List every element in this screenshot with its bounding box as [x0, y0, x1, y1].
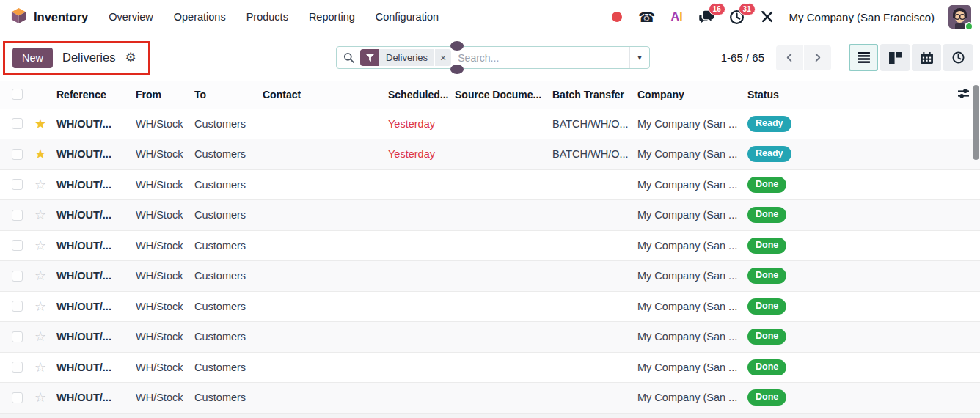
star-icon[interactable]: ☆ [34, 329, 46, 344]
table-body: ★ WH/OUT/... WH/Stock Customers Yesterda… [0, 109, 980, 413]
tools-icon[interactable] [759, 9, 775, 25]
company-cell: My Company (San ... [632, 200, 742, 231]
reference-cell: WH/OUT/... [56, 118, 111, 130]
star-icon[interactable]: ☆ [34, 390, 46, 405]
from-cell: WH/Stock [131, 200, 189, 231]
search-dropdown-toggle[interactable]: ▾ [629, 47, 649, 68]
nav-item-products[interactable]: Products [246, 11, 288, 23]
search-input[interactable] [458, 52, 629, 64]
reference-cell: WH/OUT/... [56, 209, 111, 221]
star-icon[interactable]: ☆ [34, 299, 46, 314]
header-contact[interactable]: Contact [257, 81, 383, 109]
nav-item-reporting[interactable]: Reporting [309, 11, 355, 23]
app-switcher[interactable]: Inventory [10, 7, 88, 27]
header-source-document[interactable]: Source Docume... [450, 81, 547, 109]
online-status-dot [965, 22, 973, 31]
adjust-columns-icon[interactable] [957, 88, 970, 99]
header-company[interactable]: Company [632, 81, 742, 109]
from-cell: WH/Stock [131, 352, 189, 383]
contact-cell [257, 200, 383, 231]
row-checkbox[interactable] [12, 301, 23, 312]
batch-transfer-cell [547, 169, 632, 200]
source-document-cell [450, 139, 547, 170]
messages-icon[interactable]: 16 [699, 9, 715, 25]
star-icon[interactable]: ☆ [34, 208, 46, 222]
star-icon[interactable]: ☆ [34, 360, 46, 375]
contact-cell [257, 169, 383, 200]
table-row[interactable]: ★ WH/OUT/... WH/Stock Customers Yesterda… [0, 109, 980, 139]
calendar-view-button[interactable] [912, 44, 941, 71]
source-document-cell [450, 261, 547, 292]
top-navbar: Inventory Overview Operations Products R… [0, 0, 980, 34]
list-view-button[interactable] [849, 44, 878, 71]
header-batch-transfer[interactable]: Batch Transfer [547, 81, 632, 109]
row-checkbox[interactable] [12, 118, 23, 129]
next-row-sliver [0, 414, 980, 418]
ai-icon[interactable]: AI [669, 9, 685, 25]
contact-cell [257, 291, 383, 322]
table-row[interactable]: ☆ WH/OUT/... WH/Stock Customers My Compa… [0, 230, 980, 261]
row-checkbox[interactable] [12, 149, 23, 160]
source-document-cell [450, 109, 547, 139]
to-cell: Customers [189, 139, 257, 170]
row-checkbox[interactable] [12, 392, 23, 403]
star-icon[interactable]: ☆ [34, 177, 46, 192]
star-icon[interactable]: ☆ [34, 238, 46, 253]
table-row[interactable]: ☆ WH/OUT/... WH/Stock Customers My Compa… [0, 261, 980, 292]
select-all-checkbox[interactable] [12, 89, 23, 100]
row-checkbox[interactable] [12, 210, 23, 221]
company-switcher[interactable]: My Company (San Francisco) [789, 11, 935, 23]
table-row[interactable]: ☆ WH/OUT/... WH/Stock Customers My Compa… [0, 352, 980, 383]
star-icon[interactable]: ★ [34, 117, 46, 131]
company-cell: My Company (San ... [632, 352, 742, 383]
batch-transfer-cell [547, 261, 632, 292]
user-avatar[interactable] [948, 5, 971, 29]
row-checkbox[interactable] [12, 362, 23, 373]
to-cell: Customers [189, 109, 257, 139]
gear-icon[interactable]: ⚙ [125, 51, 136, 64]
activities-clock-icon[interactable]: 31 [729, 9, 745, 25]
table-row[interactable]: ★ WH/OUT/... WH/Stock Customers Yesterda… [0, 139, 980, 170]
header-to[interactable]: To [189, 81, 257, 109]
star-icon[interactable]: ★ [34, 147, 46, 161]
to-cell: Customers [189, 261, 257, 292]
table-row[interactable]: ☆ WH/OUT/... WH/Stock Customers My Compa… [0, 291, 980, 322]
scheduled-date-cell: Yesterday [383, 109, 450, 139]
star-icon[interactable]: ☆ [34, 268, 46, 283]
row-checkbox[interactable] [12, 271, 23, 282]
source-document-cell [450, 291, 547, 322]
activity-view-button[interactable] [943, 44, 973, 71]
scheduled-date-cell [383, 352, 450, 383]
header-status[interactable]: Status [742, 81, 809, 109]
table-row[interactable]: ☆ WH/OUT/... WH/Stock Customers My Compa… [0, 169, 980, 200]
pager-next-button[interactable] [804, 45, 831, 70]
kanban-view-button[interactable] [880, 44, 910, 71]
row-checkbox[interactable] [12, 331, 23, 342]
scheduled-date-cell: Yesterday [383, 139, 450, 170]
source-document-cell [450, 352, 547, 383]
source-document-cell [450, 169, 547, 200]
batch-transfer-cell [547, 352, 632, 383]
facet-remove-icon[interactable]: × [435, 49, 451, 66]
table-row[interactable]: ☆ WH/OUT/... WH/Stock Customers My Compa… [0, 322, 980, 353]
nav-item-operations[interactable]: Operations [174, 11, 226, 23]
search-bar[interactable]: Deliveries × ▾ [336, 46, 650, 69]
company-cell: My Company (San ... [632, 230, 742, 261]
phone-icon[interactable]: ☎ [639, 9, 655, 25]
pager-previous-button[interactable] [776, 45, 803, 70]
row-checkbox[interactable] [12, 179, 23, 190]
header-reference[interactable]: Reference [51, 81, 131, 109]
nav-item-configuration[interactable]: Configuration [376, 11, 439, 23]
contact-cell [257, 139, 383, 170]
header-scheduled[interactable]: Scheduled... [383, 81, 450, 109]
nav-item-overview[interactable]: Overview [109, 11, 153, 23]
header-from[interactable]: From [131, 81, 189, 109]
pager-range: 1-65 / 65 [721, 51, 764, 64]
table-row[interactable]: ☆ WH/OUT/... WH/Stock Customers My Compa… [0, 383, 980, 414]
recording-indicator-icon[interactable] [609, 9, 625, 25]
scrollbar-thumb[interactable] [973, 85, 979, 160]
new-button[interactable]: New [12, 48, 53, 68]
from-cell: WH/Stock [131, 169, 189, 200]
table-row[interactable]: ☆ WH/OUT/... WH/Stock Customers My Compa… [0, 200, 980, 231]
row-checkbox[interactable] [12, 240, 23, 251]
